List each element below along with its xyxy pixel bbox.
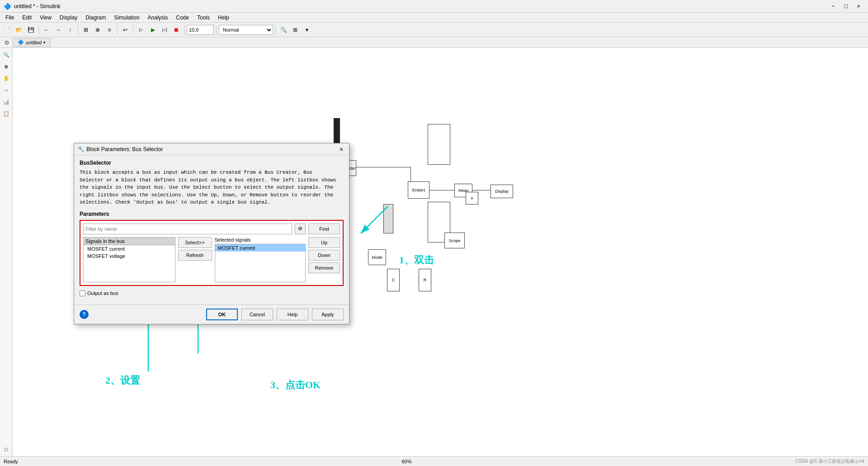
menu-help[interactable]: Help — [214, 14, 233, 22]
subsystem-top[interactable] — [428, 124, 450, 165]
refresh-button[interactable]: Refresh — [178, 250, 212, 261]
selected-item-0[interactable]: MOSFET current — [215, 244, 306, 252]
window-controls: − □ × — [827, 2, 864, 11]
status-bar: Ready 60% CSDN @S 源小工路笔记电脑 p.h4 — [0, 456, 868, 466]
dialog-title-text: Block Parameters: Bus Selector — [86, 146, 163, 152]
main-area: 🔍 ⊕ ✋ → 📊 📋 □ Ammeter Scope1 Mean — [0, 48, 868, 456]
diode-label: Diode — [372, 255, 382, 260]
dialog-footer: ? OK Cancel Help Apply — [74, 304, 349, 324]
debug-btn[interactable]: 🔍 — [278, 24, 289, 35]
tab-simulink-icon: 🔷 — [18, 39, 24, 45]
minimize-button[interactable]: − — [827, 2, 839, 11]
signals-listbox[interactable]: Signals in the bus MOSFET current MOSFET… — [83, 237, 175, 282]
x-block[interactable]: × — [466, 192, 478, 204]
block-parameters-dialog: 🔧 Block Parameters: Bus Selector × BusSe… — [74, 143, 349, 324]
menu-diagram[interactable]: Diagram — [82, 14, 109, 22]
menu-tools[interactable]: Tools — [193, 14, 213, 22]
bus-selector-block[interactable] — [383, 204, 393, 233]
dialog-close-button[interactable]: × — [337, 145, 345, 153]
display-block[interactable]: Display — [491, 185, 513, 198]
scope-block[interactable]: Scope — [444, 233, 465, 248]
output-as-bus-label: Output as bus — [87, 290, 118, 296]
library-btn[interactable]: ⊞ — [80, 24, 91, 35]
signal-item-0[interactable]: MOSFET current — [84, 245, 175, 252]
port-btn[interactable]: → — [1, 85, 11, 95]
help-icon-button[interactable]: ? — [80, 310, 89, 319]
output-as-bus-row: Output as bus — [80, 290, 344, 296]
select-button[interactable]: Select>> — [178, 237, 212, 248]
tab-chevron-icon: ▾ — [43, 40, 46, 45]
title-bar: 🔷 untitled * - Simulink − □ × — [0, 0, 868, 13]
canvas-area[interactable]: Ammeter Scope1 Mean Display × Scope — [13, 48, 868, 456]
wire-4 — [472, 190, 491, 190]
run-btn[interactable]: ▶ — [147, 24, 158, 35]
annotation-step3: 3、点击OK — [270, 378, 321, 392]
block-btn[interactable]: □ — [1, 444, 11, 454]
apply-button[interactable]: Apply — [312, 309, 344, 320]
stop-btn[interactable]: ⏹ — [171, 24, 182, 35]
up-btn[interactable]: ↑ — [65, 24, 75, 35]
menu-analysis[interactable]: Analysis — [144, 14, 172, 22]
menu-simulation[interactable]: Simulation — [111, 14, 143, 22]
cancel-button[interactable]: Cancel — [241, 309, 273, 320]
step-fwd-btn[interactable]: ▷| — [159, 24, 170, 35]
more-btn[interactable]: ▾ — [302, 24, 312, 35]
tab-untitled[interactable]: 🔷 untitled ▾ — [13, 38, 51, 47]
new-btn[interactable]: 📄 — [2, 24, 13, 35]
filter-icon-btn[interactable]: ⚙ — [295, 223, 306, 234]
scope1-block[interactable]: Scope1 — [408, 181, 429, 199]
scope-label: Scope — [449, 238, 461, 243]
down-button[interactable]: Down — [308, 250, 340, 261]
selected-listbox[interactable]: MOSFET current — [215, 244, 306, 282]
menu-view[interactable]: View — [36, 14, 55, 22]
toolbar-sep-3 — [117, 25, 118, 34]
home-icon: ⊙ — [5, 39, 9, 46]
res-block[interactable]: R — [419, 269, 431, 291]
undo-btn[interactable]: ↩ — [120, 24, 131, 35]
pan-btn[interactable]: ✋ — [1, 73, 11, 83]
block-name-label: BusSelector — [80, 160, 344, 166]
menu-code[interactable]: Code — [172, 14, 193, 22]
display-label: Display — [495, 189, 509, 194]
open-btn[interactable]: 📂 — [14, 24, 24, 35]
close-button[interactable]: × — [853, 2, 864, 11]
diode-block[interactable]: Diode — [368, 249, 386, 265]
menu-file[interactable]: File — [2, 14, 18, 22]
menu-edit[interactable]: Edit — [19, 14, 35, 22]
up-button[interactable]: Up — [308, 237, 340, 248]
maximize-button[interactable]: □ — [840, 2, 852, 11]
cap-block[interactable]: C — [387, 269, 400, 291]
forward-btn[interactable]: → — [53, 24, 64, 35]
status-ready: Ready — [4, 459, 18, 464]
sim-mode-select[interactable]: Normal Accelerator Rapid Accelerator — [219, 25, 273, 35]
grid-btn[interactable]: ⊞ — [290, 24, 301, 35]
step-back-btn[interactable]: ▷ — [136, 24, 146, 35]
dialog-titlebar[interactable]: 🔧 Block Parameters: Bus Selector × — [74, 143, 349, 155]
output-as-bus-checkbox[interactable] — [80, 290, 85, 296]
zoom-in-btn[interactable]: ⊕ — [92, 24, 103, 35]
x-label: × — [471, 196, 473, 201]
right-action-buttons: Up Down Remove — [308, 237, 340, 282]
toolbar-sep-2 — [78, 25, 78, 34]
selector-btn[interactable]: 📋 — [1, 109, 11, 119]
remove-button[interactable]: Remove — [308, 262, 340, 273]
ok-button[interactable]: OK — [206, 309, 238, 320]
signal-item-1[interactable]: MOSFET voltage — [84, 252, 175, 260]
dialog-body: BusSelector This block accepts a bus as … — [74, 155, 349, 304]
back-btn[interactable]: ← — [41, 24, 52, 35]
zoom-fit-btn[interactable]: 🔍 — [1, 50, 11, 60]
find-button[interactable]: Find — [308, 223, 340, 234]
help-button[interactable]: Help — [277, 309, 308, 320]
signal-btn[interactable]: 📊 — [1, 97, 11, 107]
tab-bar: ⊙ 🔷 untitled ▾ — [0, 37, 868, 48]
sim-time-input[interactable] — [187, 25, 214, 35]
wire-1 — [356, 167, 410, 167]
save-btn[interactable]: 💾 — [25, 24, 36, 35]
res-label: R — [424, 278, 427, 282]
filter-input[interactable] — [83, 223, 292, 234]
options-btn[interactable]: ≡ — [104, 24, 115, 35]
watermark-area: CSDN @S 源小工路笔记电脑 p.h4 — [795, 458, 864, 465]
zoom-area-btn[interactable]: ⊕ — [1, 62, 11, 71]
params-section-label: Parameters — [80, 211, 344, 217]
menu-display[interactable]: Display — [56, 14, 81, 22]
